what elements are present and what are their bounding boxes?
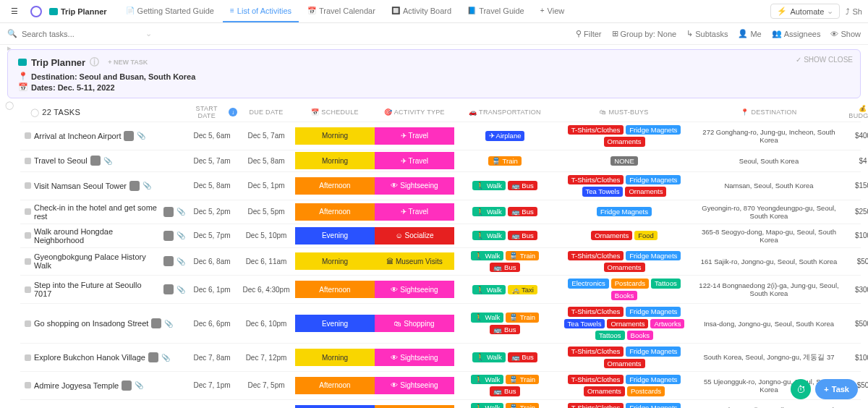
destination-cell[interactable]: 365-8 Seogyo-dong, Mapo-gu, Seoul, South… [693, 225, 845, 247]
col-schedule[interactable]: 📅 SCHEDULE [295, 109, 375, 116]
task-cell[interactable]: Visit Namsan Seoul Tower 📎 [20, 178, 187, 194]
show-button[interactable]: 👁 Show [830, 29, 861, 38]
table-row[interactable]: Go shopping on Insadong Street 📎 Dec 6, … [20, 303, 861, 343]
due-date[interactable]: Dec 5, 8am [237, 154, 295, 168]
destination-cell[interactable]: Gyeongin-ro, 870 Yeongdeungpo-gu, Seoul,… [693, 201, 845, 223]
task-cell[interactable]: Check-in in the hotel and get some rest … [20, 200, 187, 224]
activity-type-cell[interactable]: ✈ Travel [375, 203, 454, 221]
schedule-cell[interactable]: Afternoon [295, 177, 375, 195]
task-cell[interactable]: Explore Bukchon Hanok Village 📎 [20, 349, 187, 365]
mustbuys-cell[interactable]: ElectronicsPostcardsTattoosBooks [556, 276, 693, 303]
col-due[interactable]: DUE DATE [237, 109, 295, 116]
col-start[interactable]: START DATE↓ [187, 105, 237, 119]
activity-type-cell[interactable]: 👁 Sightseeing [375, 349, 454, 366]
destination-cell[interactable]: Insa-dong, Jongno-gu, Seoul, South Korea [693, 317, 845, 331]
schedule-cell[interactable]: Morning [295, 152, 375, 169]
activity-type-cell[interactable]: 👁 Sightseeing [375, 377, 454, 394]
schedule-cell[interactable]: Afternoon [295, 203, 375, 221]
due-date[interactable]: Dec 5, 10pm [237, 229, 295, 242]
activity-type-cell[interactable]: 👁 Sightseeing [375, 281, 454, 298]
tab-getting-started-guide[interactable]: 📄Getting Started Guide [119, 0, 221, 22]
breadcrumb[interactable]: Trip Planner [49, 7, 107, 16]
destination-cell[interactable]: Namsan, Seoul, South Korea [693, 179, 845, 192]
mustbuys-cell[interactable]: NONE [556, 153, 693, 169]
task-cell[interactable]: Go shopping on Insadong Street 📎 [20, 315, 187, 331]
due-date[interactable]: Dec 5, 7am [237, 129, 295, 143]
task-cell[interactable]: Walk around Hongdae Neighborhood 📎 [20, 224, 187, 247]
transport-cell[interactable]: 🚶 Walk🚆 Train🚌 Bus [454, 310, 556, 337]
budget-cell[interactable]: $150 [845, 179, 868, 192]
col-budget[interactable]: 💰 BUDGET [845, 105, 868, 119]
new-task-button[interactable]: + NEW TASK [108, 59, 148, 66]
budget-cell[interactable]: $400 [845, 129, 868, 143]
budget-cell[interactable]: $4 [845, 154, 868, 168]
table-row[interactable]: Admire Jogyesa Temple 📎 Dec 7, 1pm Dec 7… [20, 371, 861, 399]
budget-cell[interactable]: $50 [845, 255, 868, 268]
budget-cell[interactable]: $300 [845, 283, 868, 297]
app-logo[interactable] [30, 6, 42, 17]
mustbuys-cell[interactable]: T-Shirts/ClothesFridge MagnetsOrnamentsP… [556, 372, 693, 399]
mustbuys-cell[interactable]: T-Shirts/ClothesFridge MagnetsTea Towels… [556, 304, 693, 343]
schedule-cell[interactable]: Evening [295, 315, 375, 332]
status-icon[interactable] [25, 320, 31, 327]
destination-cell[interactable]: Seoul, South Korea [693, 154, 845, 168]
start-date[interactable]: Dec 7, 1pm [187, 378, 237, 392]
schedule-cell[interactable]: Morning [295, 252, 375, 270]
status-icon[interactable] [25, 258, 31, 265]
transport-cell[interactable]: 🚶 Walk🚆 Train🚌 Bus [454, 400, 556, 408]
subtasks-button[interactable]: ↳ Subtasks [686, 29, 728, 38]
record-button[interactable]: ⏱ [791, 379, 811, 399]
start-date[interactable]: Dec 5, 6am [187, 129, 237, 143]
transport-cell[interactable]: 🚶 Walk🚌 Bus [454, 178, 556, 193]
destination-cell[interactable]: 272 Gonghang-ro, Jung-gu, Incheon, South… [693, 125, 845, 147]
due-date[interactable]: Dec 5, 5pm [237, 205, 295, 218]
assignees-button[interactable]: 👥 Assignees [772, 29, 821, 38]
transport-cell[interactable]: 🚶 Walk🚆 Train🚌 Bus [454, 248, 556, 276]
new-task-fab[interactable]: + Task [815, 379, 858, 399]
schedule-cell[interactable]: Morning [295, 349, 375, 366]
hamburger-icon[interactable]: ☰ [6, 3, 23, 20]
due-date[interactable]: Dec 7, 12pm [237, 351, 295, 365]
start-date[interactable]: Dec 6, 8am [187, 255, 237, 268]
share-button[interactable]: ⤴ Sh [846, 7, 862, 16]
transport-cell[interactable]: 🚶 Walk🚌 Bus [454, 228, 556, 243]
activity-type-cell[interactable]: 🏛 Museum Visits [375, 252, 454, 270]
task-cell[interactable]: Travel to Seoul 📎 [20, 153, 187, 169]
activity-type-cell[interactable]: 🛍 Shopping [375, 315, 454, 332]
schedule-cell[interactable]: Evening [295, 405, 375, 408]
chevron-down-icon[interactable]: ⌄ [145, 29, 152, 38]
schedule-cell[interactable]: Evening [295, 227, 375, 245]
table-row[interactable]: Travel to Seoul 📎 Dec 5, 7am Dec 5, 8am … [20, 150, 861, 171]
tab-view[interactable]: +View [533, 0, 572, 22]
mustbuys-cell[interactable]: T-Shirts/ClothesFridge MagnetsOrnaments [556, 400, 693, 408]
activity-type-cell[interactable]: ✈ Travel [375, 127, 454, 145]
transport-cell[interactable]: ✈ Airplane [454, 128, 556, 143]
search-input[interactable] [22, 30, 141, 38]
start-date[interactable]: Dec 5, 7pm [187, 229, 237, 242]
table-row[interactable]: Check-in in the hotel and get some rest … [20, 200, 861, 224]
due-date[interactable]: Dec 6, 11am [237, 255, 295, 268]
task-cell[interactable]: Step into the Future at Seoullo 7017 📎 [20, 278, 187, 301]
destination-cell[interactable]: 161 Sajik-ro, Jongno-gu, Seoul, South Ko… [693, 255, 845, 268]
table-row[interactable]: Explore Bukchon Hanok Village 📎 Dec 7, 8… [20, 343, 861, 371]
tab-travel-guide[interactable]: 📘Travel Guide [460, 0, 532, 22]
budget-cell[interactable]: $500 [845, 317, 868, 331]
activity-type-cell[interactable]: ☺ Socialize [375, 227, 454, 245]
task-cell[interactable]: Arrival at Incheon Airport 📎 [20, 128, 187, 144]
col-type[interactable]: 🎯 ACTIVITY TYPE [375, 109, 454, 116]
start-date[interactable]: Dec 6, 6pm [187, 317, 237, 331]
status-icon[interactable] [25, 286, 31, 293]
budget-cell[interactable]: $100 [845, 229, 868, 242]
mustbuys-cell[interactable]: T-Shirts/ClothesFridge MagnetsOrnaments [556, 122, 693, 150]
transport-cell[interactable]: 🚶 Walk🚆 Train🚌 Bus [454, 372, 556, 399]
status-icon[interactable] [25, 158, 31, 164]
table-row[interactable]: Walk around Hongdae Neighborhood 📎 Dec 5… [20, 224, 861, 247]
activity-type-cell[interactable]: 🍜 Food Crawl [375, 405, 454, 408]
status-icon[interactable] [25, 232, 31, 239]
start-date[interactable]: Dec 5, 2pm [187, 205, 237, 218]
table-row[interactable]: Arrival at Incheon Airport 📎 Dec 5, 6am … [20, 122, 861, 150]
transport-cell[interactable]: 🚶 Walk🚌 Bus [454, 204, 556, 219]
status-icon[interactable] [25, 382, 31, 388]
automate-button[interactable]: ⚡ Automate ⌄ [770, 4, 840, 19]
table-row[interactable]: Step into the Future at Seoullo 7017 📎 D… [20, 275, 861, 303]
